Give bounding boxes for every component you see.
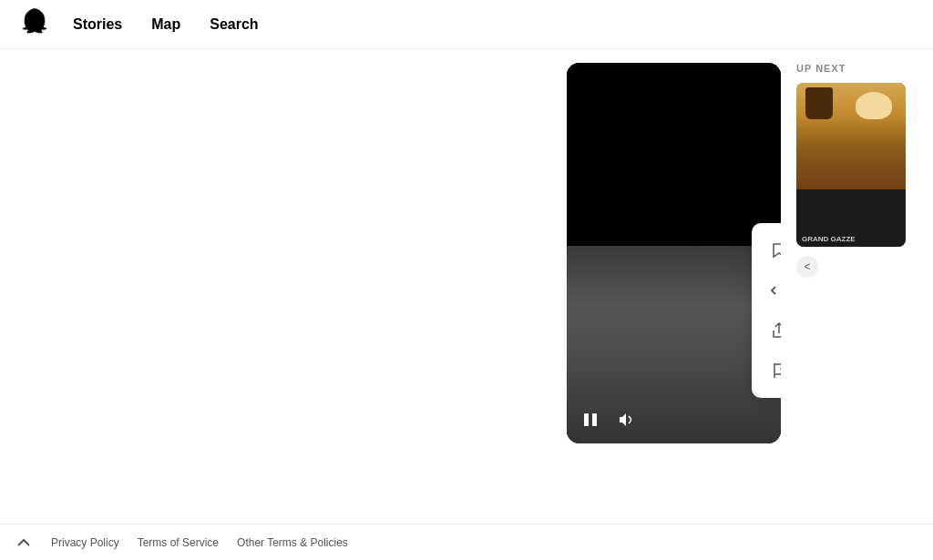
thumbnail-bread [856,92,892,119]
flag-icon [770,361,781,380]
video-container: Subscribe Embed [559,63,787,524]
thumbnail-food-area [796,83,906,189]
context-menu: Subscribe Embed [752,223,781,398]
chevron-left-icon: < [804,260,810,273]
embed-menu-item[interactable]: Embed [752,270,781,311]
sidebar-back-button[interactable]: < [796,256,818,278]
subscribe-menu-item[interactable]: Subscribe [752,230,781,270]
bookmark-icon [770,241,781,260]
header: Stories Map Search [0,0,933,49]
code-icon [770,281,781,300]
up-next-thumbnail[interactable]: GRAND GAZZE [796,83,906,247]
svg-rect-1 [592,413,597,426]
volume-button[interactable] [612,407,638,433]
up-next-heading: UP NEXT [796,63,933,74]
terms-of-service-link[interactable]: Terms of Service [138,536,219,549]
pause-button[interactable] [578,407,603,433]
video-player[interactable]: Subscribe Embed [567,63,781,443]
main-content: Subscribe Embed [0,49,933,524]
thumbnail-caption-area: GRAND GAZZE [796,189,906,247]
nav-search[interactable]: Search [210,16,258,33]
main-nav: Stories Map Search [73,16,259,33]
left-spacer [0,49,559,524]
video-controls [567,407,781,433]
other-terms-link[interactable]: Other Terms & Policies [237,536,348,549]
nav-map[interactable]: Map [151,16,180,33]
share-icon [770,321,781,340]
video-content-area: Subscribe Embed [567,246,781,443]
footer-chevron-button[interactable] [15,534,33,552]
svg-rect-0 [584,413,589,426]
video-black-area [567,63,781,246]
privacy-policy-link[interactable]: Privacy Policy [51,536,119,549]
thumbnail-caption: GRAND GAZZE [802,235,856,243]
thumbnail-coffee [805,87,833,119]
report-menu-item[interactable]: Report Snap [752,351,781,391]
right-sidebar: UP NEXT GRAND GAZZE < [787,49,933,524]
nav-stories[interactable]: Stories [73,16,122,33]
snapchat-logo[interactable] [18,6,73,43]
footer: Privacy Policy Terms of Service Other Te… [0,524,933,560]
share-menu-item[interactable]: Share [752,311,781,351]
